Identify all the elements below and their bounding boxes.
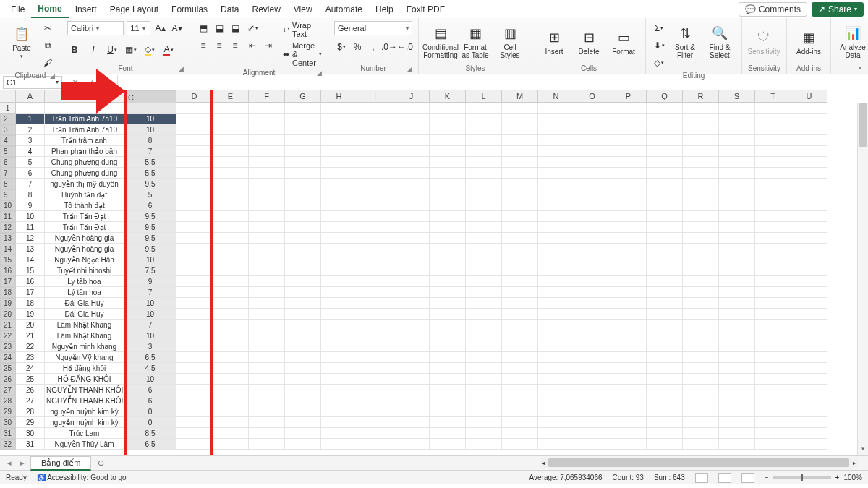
cell[interactable]	[538, 352, 574, 363]
cell[interactable]	[45, 103, 124, 114]
row-header[interactable]: 29	[0, 406, 16, 417]
cell[interactable]	[430, 363, 466, 374]
page-break-view-button[interactable]	[741, 473, 754, 483]
row-header[interactable]: 14	[0, 244, 16, 254]
cell[interactable]	[755, 352, 791, 363]
cell[interactable]	[213, 233, 249, 244]
cell[interactable]	[683, 374, 719, 385]
cell[interactable]	[719, 309, 755, 320]
cell[interactable]	[321, 276, 357, 287]
cell[interactable]	[647, 320, 683, 330]
cell[interactable]: 7	[16, 179, 45, 189]
cell[interactable]	[176, 222, 213, 233]
cell[interactable]	[249, 124, 285, 135]
cell[interactable]	[538, 233, 574, 244]
cell[interactable]	[683, 179, 719, 189]
cell[interactable]	[610, 298, 647, 309]
cell[interactable]	[285, 244, 321, 254]
cell[interactable]	[213, 309, 249, 320]
cell[interactable]	[249, 265, 285, 276]
cell[interactable]	[249, 428, 285, 439]
orientation-button[interactable]: ⤢	[245, 21, 260, 35]
cell[interactable]	[357, 179, 393, 189]
cell[interactable]: 3	[124, 341, 176, 352]
cell[interactable]	[755, 320, 791, 330]
cell[interactable]	[466, 309, 502, 320]
cell[interactable]	[683, 363, 719, 374]
cell[interactable]	[213, 287, 249, 298]
cell[interactable]	[176, 439, 213, 450]
cell[interactable]: Huỳnh tấn đạt	[45, 189, 124, 200]
cell[interactable]	[213, 363, 249, 374]
borders-button[interactable]: ▦	[124, 43, 138, 57]
cell[interactable]	[502, 417, 538, 428]
cell[interactable]	[791, 211, 827, 222]
cell[interactable]	[719, 222, 755, 233]
cell[interactable]	[502, 298, 538, 309]
cell[interactable]	[719, 103, 755, 114]
row-header[interactable]: 23	[0, 341, 16, 352]
menu-file[interactable]: File	[4, 1, 31, 17]
share-button[interactable]: ↗Share▾	[812, 2, 864, 17]
cell[interactable]	[321, 168, 357, 179]
cell[interactable]	[574, 254, 610, 265]
cell[interactable]	[791, 276, 827, 287]
column-header-A[interactable]: A	[16, 90, 45, 103]
cell[interactable]	[285, 254, 321, 265]
cell[interactable]	[647, 146, 683, 157]
cell[interactable]	[393, 146, 430, 157]
cell[interactable]	[430, 222, 466, 233]
cell[interactable]	[249, 222, 285, 233]
tab-nav-prev[interactable]: ◂	[4, 458, 14, 468]
cell[interactable]	[393, 114, 430, 124]
cell[interactable]	[393, 244, 430, 254]
cell[interactable]: 7	[124, 287, 176, 298]
cell[interactable]	[574, 146, 610, 157]
cell[interactable]	[466, 168, 502, 179]
cell[interactable]	[538, 330, 574, 341]
cell[interactable]: 6,5	[124, 352, 176, 363]
cell[interactable]	[321, 395, 357, 406]
cell[interactable]	[321, 265, 357, 276]
cell[interactable]	[538, 298, 574, 309]
bold-button[interactable]: B	[67, 43, 82, 57]
cell[interactable]: Chung phương dung	[45, 168, 124, 179]
cell[interactable]	[755, 341, 791, 352]
paste-button[interactable]: 📋Paste▾	[6, 21, 38, 63]
cell[interactable]	[321, 330, 357, 341]
cell[interactable]	[285, 341, 321, 352]
cell[interactable]: 9,5	[124, 244, 176, 254]
cell[interactable]: 17	[16, 287, 45, 298]
cell[interactable]	[610, 168, 647, 179]
cell[interactable]	[647, 309, 683, 320]
cell[interactable]	[213, 114, 249, 124]
cell[interactable]	[574, 168, 610, 179]
cell[interactable]	[755, 168, 791, 179]
cell[interactable]	[393, 222, 430, 233]
cell[interactable]	[393, 363, 430, 374]
cell[interactable]	[430, 320, 466, 330]
cell[interactable]	[610, 179, 647, 189]
cell[interactable]	[719, 341, 755, 352]
cell[interactable]	[574, 233, 610, 244]
menu-insert[interactable]: Insert	[69, 1, 103, 17]
cell[interactable]	[393, 265, 430, 276]
cell[interactable]	[719, 439, 755, 450]
cell[interactable]	[610, 189, 647, 200]
cell[interactable]: Trần Tấn Đạt	[45, 211, 124, 222]
cell[interactable]	[285, 309, 321, 320]
cell[interactable]	[502, 265, 538, 276]
cell[interactable]	[574, 309, 610, 320]
row-header[interactable]: 4	[0, 135, 16, 146]
cell[interactable]	[610, 374, 647, 385]
cell[interactable]	[249, 341, 285, 352]
cell[interactable]	[213, 189, 249, 200]
cell[interactable]	[683, 352, 719, 363]
cell[interactable]: NGUYỄN THANH KHÔI	[45, 385, 124, 395]
cell[interactable]	[466, 157, 502, 168]
cell[interactable]	[647, 265, 683, 276]
cell[interactable]	[285, 374, 321, 385]
cell[interactable]	[610, 320, 647, 330]
cell[interactable]	[791, 406, 827, 417]
row-header[interactable]: 2	[0, 114, 16, 124]
